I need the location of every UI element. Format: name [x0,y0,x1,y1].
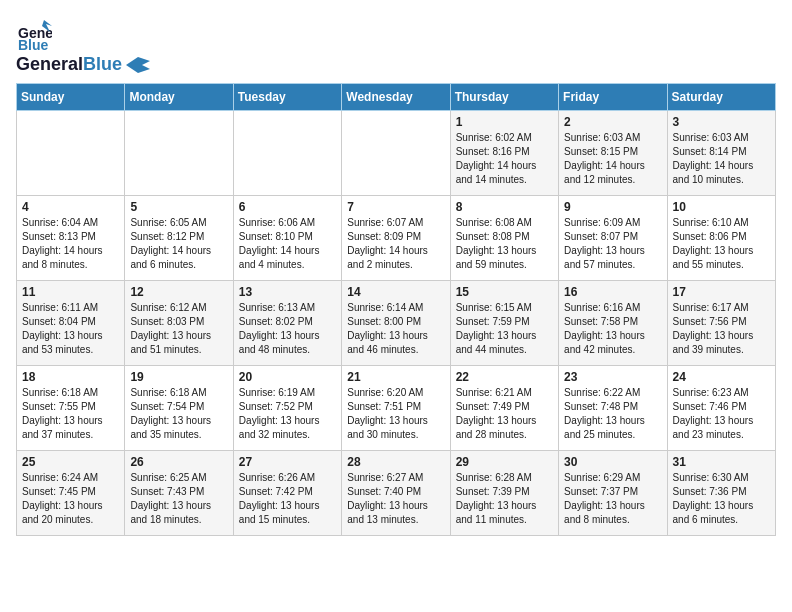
calendar-day-cell: 9Sunrise: 6:09 AM Sunset: 8:07 PM Daylig… [559,196,667,281]
day-header-thursday: Thursday [450,84,558,111]
calendar-week-row: 1Sunrise: 6:02 AM Sunset: 8:16 PM Daylig… [17,111,776,196]
day-content: Sunrise: 6:29 AM Sunset: 7:37 PM Dayligh… [564,471,661,527]
day-content: Sunrise: 6:03 AM Sunset: 8:14 PM Dayligh… [673,131,770,187]
calendar-day-cell: 25Sunrise: 6:24 AM Sunset: 7:45 PM Dayli… [17,451,125,536]
day-content: Sunrise: 6:16 AM Sunset: 7:58 PM Dayligh… [564,301,661,357]
calendar-week-row: 11Sunrise: 6:11 AM Sunset: 8:04 PM Dayli… [17,281,776,366]
day-number: 8 [456,200,553,214]
day-content: Sunrise: 6:18 AM Sunset: 7:54 PM Dayligh… [130,386,227,442]
calendar-week-row: 18Sunrise: 6:18 AM Sunset: 7:55 PM Dayli… [17,366,776,451]
day-header-friday: Friday [559,84,667,111]
day-content: Sunrise: 6:19 AM Sunset: 7:52 PM Dayligh… [239,386,336,442]
calendar-day-cell: 11Sunrise: 6:11 AM Sunset: 8:04 PM Dayli… [17,281,125,366]
day-number: 14 [347,285,444,299]
day-number: 26 [130,455,227,469]
calendar-day-cell: 28Sunrise: 6:27 AM Sunset: 7:40 PM Dayli… [342,451,450,536]
day-number: 17 [673,285,770,299]
day-number: 22 [456,370,553,384]
day-number: 25 [22,455,119,469]
calendar-empty-cell [125,111,233,196]
day-content: Sunrise: 6:22 AM Sunset: 7:48 PM Dayligh… [564,386,661,442]
day-content: Sunrise: 6:11 AM Sunset: 8:04 PM Dayligh… [22,301,119,357]
calendar-empty-cell [342,111,450,196]
day-content: Sunrise: 6:03 AM Sunset: 8:15 PM Dayligh… [564,131,661,187]
day-number: 31 [673,455,770,469]
calendar-day-cell: 19Sunrise: 6:18 AM Sunset: 7:54 PM Dayli… [125,366,233,451]
day-number: 12 [130,285,227,299]
day-content: Sunrise: 6:13 AM Sunset: 8:02 PM Dayligh… [239,301,336,357]
day-content: Sunrise: 6:10 AM Sunset: 8:06 PM Dayligh… [673,216,770,272]
day-number: 13 [239,285,336,299]
day-content: Sunrise: 6:21 AM Sunset: 7:49 PM Dayligh… [456,386,553,442]
day-number: 5 [130,200,227,214]
day-content: Sunrise: 6:17 AM Sunset: 7:56 PM Dayligh… [673,301,770,357]
calendar-day-cell: 27Sunrise: 6:26 AM Sunset: 7:42 PM Dayli… [233,451,341,536]
calendar-day-cell: 26Sunrise: 6:25 AM Sunset: 7:43 PM Dayli… [125,451,233,536]
day-content: Sunrise: 6:27 AM Sunset: 7:40 PM Dayligh… [347,471,444,527]
logo: General Blue General Blue [16,16,150,75]
logo-general: General [16,54,83,75]
day-content: Sunrise: 6:20 AM Sunset: 7:51 PM Dayligh… [347,386,444,442]
day-number: 23 [564,370,661,384]
day-number: 11 [22,285,119,299]
calendar-day-cell: 29Sunrise: 6:28 AM Sunset: 7:39 PM Dayli… [450,451,558,536]
calendar-day-cell: 18Sunrise: 6:18 AM Sunset: 7:55 PM Dayli… [17,366,125,451]
day-number: 19 [130,370,227,384]
day-content: Sunrise: 6:06 AM Sunset: 8:10 PM Dayligh… [239,216,336,272]
day-header-sunday: Sunday [17,84,125,111]
day-content: Sunrise: 6:30 AM Sunset: 7:36 PM Dayligh… [673,471,770,527]
calendar-day-cell: 2Sunrise: 6:03 AM Sunset: 8:15 PM Daylig… [559,111,667,196]
day-number: 6 [239,200,336,214]
day-number: 10 [673,200,770,214]
calendar-day-cell: 16Sunrise: 6:16 AM Sunset: 7:58 PM Dayli… [559,281,667,366]
calendar-week-row: 4Sunrise: 6:04 AM Sunset: 8:13 PM Daylig… [17,196,776,281]
day-content: Sunrise: 6:24 AM Sunset: 7:45 PM Dayligh… [22,471,119,527]
calendar-week-row: 25Sunrise: 6:24 AM Sunset: 7:45 PM Dayli… [17,451,776,536]
day-content: Sunrise: 6:09 AM Sunset: 8:07 PM Dayligh… [564,216,661,272]
day-number: 18 [22,370,119,384]
day-content: Sunrise: 6:15 AM Sunset: 7:59 PM Dayligh… [456,301,553,357]
calendar-day-cell: 10Sunrise: 6:10 AM Sunset: 8:06 PM Dayli… [667,196,775,281]
day-content: Sunrise: 6:28 AM Sunset: 7:39 PM Dayligh… [456,471,553,527]
day-content: Sunrise: 6:02 AM Sunset: 8:16 PM Dayligh… [456,131,553,187]
day-number: 20 [239,370,336,384]
calendar-day-cell: 4Sunrise: 6:04 AM Sunset: 8:13 PM Daylig… [17,196,125,281]
day-header-wednesday: Wednesday [342,84,450,111]
day-content: Sunrise: 6:23 AM Sunset: 7:46 PM Dayligh… [673,386,770,442]
calendar-day-cell: 7Sunrise: 6:07 AM Sunset: 8:09 PM Daylig… [342,196,450,281]
calendar-day-cell: 22Sunrise: 6:21 AM Sunset: 7:49 PM Dayli… [450,366,558,451]
day-number: 2 [564,115,661,129]
day-number: 24 [673,370,770,384]
day-content: Sunrise: 6:04 AM Sunset: 8:13 PM Dayligh… [22,216,119,272]
calendar-day-cell: 12Sunrise: 6:12 AM Sunset: 8:03 PM Dayli… [125,281,233,366]
svg-text:Blue: Blue [18,37,49,52]
calendar-day-cell: 23Sunrise: 6:22 AM Sunset: 7:48 PM Dayli… [559,366,667,451]
day-number: 15 [456,285,553,299]
calendar-day-cell: 21Sunrise: 6:20 AM Sunset: 7:51 PM Dayli… [342,366,450,451]
day-number: 4 [22,200,119,214]
calendar-empty-cell [233,111,341,196]
calendar-day-cell: 30Sunrise: 6:29 AM Sunset: 7:37 PM Dayli… [559,451,667,536]
calendar-day-cell: 31Sunrise: 6:30 AM Sunset: 7:36 PM Dayli… [667,451,775,536]
day-number: 1 [456,115,553,129]
header: General Blue General Blue [16,16,776,75]
day-content: Sunrise: 6:08 AM Sunset: 8:08 PM Dayligh… [456,216,553,272]
logo-blue: Blue [83,54,122,75]
day-header-tuesday: Tuesday [233,84,341,111]
day-number: 9 [564,200,661,214]
day-number: 21 [347,370,444,384]
calendar-table: SundayMondayTuesdayWednesdayThursdayFrid… [16,83,776,536]
calendar-day-cell: 17Sunrise: 6:17 AM Sunset: 7:56 PM Dayli… [667,281,775,366]
day-number: 16 [564,285,661,299]
day-content: Sunrise: 6:07 AM Sunset: 8:09 PM Dayligh… [347,216,444,272]
day-number: 3 [673,115,770,129]
calendar-day-cell: 5Sunrise: 6:05 AM Sunset: 8:12 PM Daylig… [125,196,233,281]
day-number: 29 [456,455,553,469]
logo-icon: General Blue [16,16,52,52]
day-content: Sunrise: 6:05 AM Sunset: 8:12 PM Dayligh… [130,216,227,272]
svg-marker-4 [126,57,150,73]
calendar-day-cell: 8Sunrise: 6:08 AM Sunset: 8:08 PM Daylig… [450,196,558,281]
calendar-day-cell: 20Sunrise: 6:19 AM Sunset: 7:52 PM Dayli… [233,366,341,451]
calendar-empty-cell [17,111,125,196]
calendar-header-row: SundayMondayTuesdayWednesdayThursdayFrid… [17,84,776,111]
